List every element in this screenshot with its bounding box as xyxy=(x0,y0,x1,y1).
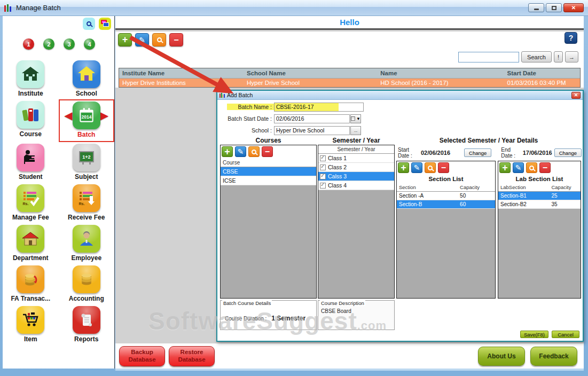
col-name[interactable]: Name xyxy=(377,68,504,78)
batch-left-arrow-icon: ◀ xyxy=(64,110,72,121)
school-input[interactable] xyxy=(274,126,350,135)
step-2-badge[interactable]: 2 xyxy=(43,38,54,50)
end-date-change-button[interactable]: Change xyxy=(554,148,582,157)
sidebar-item-item[interactable]: Item xyxy=(3,304,59,345)
minimize-button[interactable] xyxy=(528,3,544,12)
window-titlebar[interactable]: Manage Batch ✕ xyxy=(0,0,588,16)
about-us-button[interactable]: About Us xyxy=(478,347,525,366)
course-edit-button[interactable]: ✎ xyxy=(235,146,246,157)
go-button[interactable]: → xyxy=(565,51,578,62)
sidebar-search-button[interactable] xyxy=(83,18,95,30)
courses-heading: Courses xyxy=(220,137,317,144)
start-date-change-button[interactable]: Change xyxy=(464,148,491,157)
dialog-titlebar[interactable]: Add Batch ✕ xyxy=(217,91,583,100)
lab-row-b2[interactable]: Section-B2 35 xyxy=(498,200,581,209)
course-delete-button[interactable]: − xyxy=(262,146,273,157)
col-start-date[interactable]: Start Date xyxy=(504,68,580,78)
lab-delete-button[interactable]: − xyxy=(539,162,551,173)
sidebar-item-institute[interactable]: Institute xyxy=(3,59,59,99)
edit-button[interactable]: ✎ xyxy=(135,33,149,46)
receive-fee-icon: Rs. xyxy=(73,184,100,212)
magnifier-icon xyxy=(428,166,433,170)
cancel-button[interactable]: Cancel xyxy=(552,331,579,338)
sidebar-item-student[interactable]: Student xyxy=(3,142,59,183)
section-edit-button[interactable]: ✎ xyxy=(411,162,422,173)
section-find-button[interactable] xyxy=(425,162,436,173)
table-row[interactable]: Hyper Drive Institutions Hyper Drive Sch… xyxy=(119,79,580,87)
lab-row-b1[interactable]: Section-B1 25 xyxy=(498,192,581,200)
col-school-name[interactable]: School Name xyxy=(244,68,377,78)
sidebar-copy-button[interactable] xyxy=(99,18,111,30)
sidebar-item-accounting[interactable]: Accounting xyxy=(59,264,115,304)
checkbox-icon[interactable] xyxy=(320,174,326,179)
help-button[interactable]: ? xyxy=(565,32,577,44)
maximize-button[interactable] xyxy=(546,3,562,12)
app-window: Manage Batch ✕ 1 2 3 4 Institute xyxy=(0,0,588,376)
find-button[interactable] xyxy=(152,33,166,46)
course-find-button[interactable] xyxy=(248,146,260,157)
checkbox-icon[interactable] xyxy=(320,155,326,161)
sidebar-item-employee[interactable]: Employee xyxy=(59,223,115,264)
course-duration-value: 1 Semester xyxy=(271,315,305,322)
restore-database-button[interactable]: Restore Database xyxy=(169,346,215,366)
checkbox-icon[interactable] xyxy=(320,183,326,189)
course-row-cbse[interactable]: CBSE xyxy=(221,167,316,176)
search-input[interactable] xyxy=(458,52,519,62)
semester-row-class3[interactable]: Calss 3 xyxy=(318,172,394,181)
lab-find-button[interactable] xyxy=(526,162,537,173)
delete-button[interactable]: − xyxy=(169,33,183,46)
save-button[interactable]: Save(F8) xyxy=(520,331,548,338)
alert-button[interactable]: ! xyxy=(554,51,563,62)
sidebar-item-course[interactable]: Course xyxy=(3,99,59,140)
school-browse-button[interactable]: ... xyxy=(350,126,361,135)
search-button[interactable]: Search xyxy=(521,51,552,62)
semester-row-class1[interactable]: Class 1 xyxy=(318,154,394,163)
fa-transaction-icon xyxy=(17,265,44,293)
section-add-button[interactable]: + xyxy=(398,162,409,173)
course-duration-label: Course Duration : xyxy=(225,316,266,322)
checkbox-icon[interactable] xyxy=(320,164,326,170)
sidebar-item-label: Batch xyxy=(77,131,95,138)
section-row-b[interactable]: Section-B 60 xyxy=(397,200,495,209)
lab-add-button[interactable]: + xyxy=(499,162,511,173)
section-row-a[interactable]: Section -A 50 xyxy=(397,192,495,200)
search-icon xyxy=(87,21,91,26)
sidebar-item-department[interactable]: Department xyxy=(3,223,59,264)
step-3-badge[interactable]: 3 xyxy=(64,38,75,50)
sidebar-item-fa-transaction[interactable]: FA Transac... xyxy=(3,264,59,304)
semester-row-class2[interactable]: Class 2 xyxy=(318,163,394,172)
sidebar-item-receive-fee[interactable]: Rs. Receive Fee xyxy=(59,183,115,223)
step-1-badge[interactable]: 1 xyxy=(23,38,34,50)
feedback-button[interactable]: Feedback xyxy=(530,347,577,366)
courses-toolbar: + ✎ − xyxy=(221,145,316,159)
sidebar-item-label: School xyxy=(76,90,97,97)
dialog-title: Add Batch xyxy=(227,92,253,98)
window-title: Manage Batch xyxy=(16,4,61,12)
backup-database-button[interactable]: Backup Database xyxy=(119,346,165,366)
sidebar-item-label: Course xyxy=(20,130,42,138)
page-header: Hello xyxy=(115,16,584,30)
add-button[interactable]: + xyxy=(118,33,132,46)
date-picker-button[interactable]: ▼ xyxy=(350,114,361,123)
step-4-badge[interactable]: 4 xyxy=(84,38,95,50)
col-institute-name[interactable]: Institute Name xyxy=(119,68,244,78)
sidebar-item-school[interactable]: School xyxy=(59,59,115,99)
sidebar-item-batch[interactable]: ◀ 2014 ▶ Batch xyxy=(59,99,115,142)
sidebar-item-reports[interactable]: Reports xyxy=(59,304,115,345)
sidebar-item-label: Manage Fee xyxy=(12,214,49,221)
close-button[interactable]: ✕ xyxy=(563,3,584,12)
dialog-close-button[interactable]: ✕ xyxy=(571,92,581,99)
course-row-icse[interactable]: ICSE xyxy=(221,176,316,185)
section-delete-button[interactable]: − xyxy=(438,162,449,173)
manage-fee-icon: Rs. xyxy=(17,184,44,212)
sidebar-item-manage-fee[interactable]: Rs. Manage Fee xyxy=(3,183,59,223)
lab-edit-button[interactable]: ✎ xyxy=(513,162,524,173)
sidebar-item-subject[interactable]: 1+2 Subject xyxy=(59,142,115,183)
course-add-button[interactable]: + xyxy=(222,146,233,157)
batch-name-input[interactable] xyxy=(274,103,364,112)
semester-row-class4[interactable]: Class 4 xyxy=(318,181,394,190)
course-icon xyxy=(17,101,44,129)
section-toolbar: + ✎ − xyxy=(397,161,495,175)
batch-start-date-input[interactable] xyxy=(274,114,350,123)
semester-panel: Semester / Year Class 1 Class 2 Calss 3 … xyxy=(318,145,395,299)
